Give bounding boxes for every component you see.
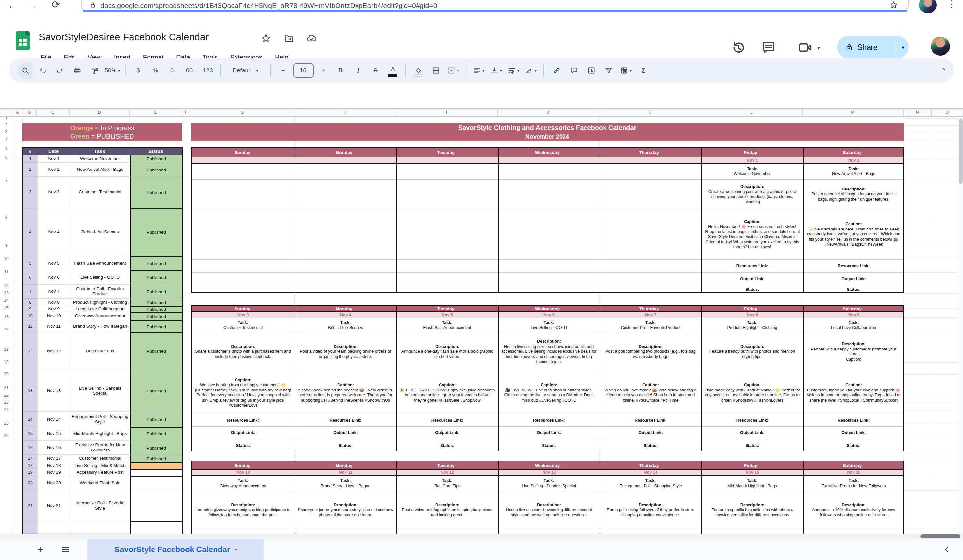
row-header-16[interactable]: 16 xyxy=(0,315,13,319)
task-row-number[interactable]: 2 xyxy=(23,163,37,177)
task-row-date[interactable]: Nov 20 xyxy=(37,476,70,490)
share-caret-icon[interactable]: ▾ xyxy=(898,36,908,58)
zoom-select[interactable]: 50%▾ xyxy=(105,62,120,79)
filter-button[interactable] xyxy=(601,62,616,79)
status-badge[interactable] xyxy=(130,476,182,490)
calendar-cell-status[interactable]: Status: xyxy=(702,439,802,452)
status-badge[interactable] xyxy=(130,469,182,477)
row-header-10[interactable]: 10 xyxy=(0,256,13,261)
calendar-cell-desc[interactable]: Description:Post a video or infographic … xyxy=(397,491,497,529)
date-cell[interactable]: Nov 13 xyxy=(498,469,600,476)
calendar-cell-res[interactable]: Resources Link: xyxy=(295,414,396,427)
task-row-task[interactable]: Accessory Feature Post xyxy=(70,469,130,476)
calendar-cell-res[interactable]: Resources Link: xyxy=(397,414,497,427)
row-header-23[interactable]: 23 xyxy=(0,400,13,405)
row-header-8[interactable]: 8 xyxy=(0,215,13,220)
star-doc-icon[interactable] xyxy=(261,34,271,43)
horizontal-scrollbar[interactable] xyxy=(0,534,963,539)
task-row-task[interactable]: Mid-Month Highlight - Bags xyxy=(70,427,130,441)
calendar-cell-desc[interactable]: Description:Post a video of your team pa… xyxy=(295,332,396,371)
date-cell[interactable]: Nov 1 xyxy=(702,157,803,163)
task-row-number[interactable]: 8 xyxy=(23,299,37,306)
row-header-2[interactable]: 2 xyxy=(0,123,13,127)
merge-cells-button[interactable]: ▾ xyxy=(446,62,461,79)
calendar-cell-task[interactable]: Task:Product Highlight - Clothing xyxy=(702,318,802,332)
calendar-cell-caption[interactable]: Caption:We love hearing from our happy c… xyxy=(192,371,294,414)
calendar-cell-caption[interactable]: Caption:✨ New arrivals are here! From ch… xyxy=(804,209,903,260)
status-badge[interactable] xyxy=(130,462,182,470)
calendar-cell-task[interactable]: Task:Live Selling - OOTD xyxy=(499,318,599,332)
task-row-task[interactable]: Customer Testimonial xyxy=(70,455,130,462)
calendar-cell-task[interactable]: Task:Customer Testimonial xyxy=(192,318,294,332)
functions-button[interactable]: Σ xyxy=(636,62,651,79)
task-row-task[interactable]: Engagement Poll - Shopping Style xyxy=(70,412,130,427)
calendar-cell-out[interactable]: Output Link: xyxy=(397,427,497,439)
calendar-cell-task[interactable]: Task:Mid-Month Highlight - Bags xyxy=(702,476,802,491)
calendar-cell-desc[interactable]: Description:Announce a one-day flash sal… xyxy=(397,332,497,371)
browser-forward-icon[interactable]: → xyxy=(28,0,37,12)
column-header-L[interactable]: L xyxy=(701,108,802,117)
row-header-26[interactable]: 26 xyxy=(0,434,13,438)
task-row-number[interactable]: 16 xyxy=(23,441,37,455)
calendar-cell-out[interactable]: Output Link: xyxy=(702,427,802,439)
doc-title[interactable]: SavorStyleDesiree Facebook Calendar xyxy=(39,31,209,43)
share-button[interactable]: Share ▾ xyxy=(837,36,909,58)
number-format-button[interactable]: 123 xyxy=(200,62,216,79)
italic-button[interactable]: I xyxy=(351,62,366,79)
status-badge[interactable]: Published xyxy=(130,163,182,177)
meet-caret-icon[interactable]: ▾ xyxy=(817,45,820,51)
date-cell[interactable]: Nov 5 xyxy=(397,312,498,318)
task-row-task[interactable]: Product Highlight - Clothing xyxy=(70,299,130,306)
bold-button[interactable]: B xyxy=(333,62,349,79)
calendar-cell-desc[interactable]: Description:Partner with a happy custome… xyxy=(804,332,903,371)
calendar-cell-status[interactable]: Status: xyxy=(804,286,903,294)
calendar-cell-desc[interactable]: Description:Create a welcoming post with… xyxy=(702,180,802,209)
font-size-input[interactable]: 10 xyxy=(293,63,314,78)
decrease-font-button[interactable]: − xyxy=(276,62,291,79)
calendar-title-cell[interactable]: SavorStyle Clothing and Accessories Face… xyxy=(191,123,904,141)
row-header-19[interactable]: 19 xyxy=(0,360,13,364)
calendar-cell-res[interactable]: Resources Link: xyxy=(804,260,903,273)
calendar-cell-caption[interactable]: Caption:Style made easy with [Product Na… xyxy=(702,371,802,414)
task-row-task[interactable]: Welcome November xyxy=(70,155,130,163)
status-badge[interactable]: Published xyxy=(130,155,182,163)
site-info-lock-icon[interactable] xyxy=(89,1,96,8)
task-row-date[interactable]: Nov 7 xyxy=(37,285,70,299)
calendar-cell-desc[interactable]: Description:Share your journey and store… xyxy=(295,491,396,529)
task-row-task[interactable]: Customer Poll - Favorite Product xyxy=(70,285,130,299)
calendar-cell-task[interactable]: Task:Flash Sale Announcement xyxy=(397,318,497,332)
calendar-cell-res[interactable]: Resources Link: xyxy=(192,414,294,427)
task-row-task[interactable]: Behind-the-Scenes xyxy=(70,208,130,256)
row-header-5[interactable]: 5 xyxy=(0,146,13,151)
row-header-20[interactable]: 20 xyxy=(0,372,13,376)
task-row-number[interactable]: 14 xyxy=(23,412,37,427)
calendar-cell-caption[interactable]: Caption:Customers, thank you for your lo… xyxy=(804,371,903,414)
browser-back-icon[interactable]: ← xyxy=(8,0,18,12)
task-row-date[interactable]: Nov 19 xyxy=(37,469,70,476)
task-row-task[interactable]: Interactive Poll - Favorite Style xyxy=(70,490,130,521)
date-cell[interactable]: Nov 15 xyxy=(702,469,803,476)
task-row-date[interactable]: Nov 6 xyxy=(37,270,70,285)
calendar-cell-res[interactable]: Resources Link: xyxy=(702,414,802,427)
task-row-task[interactable]: Giveaway Announcement xyxy=(70,312,130,320)
calendar-cell-out[interactable]: Output Link: xyxy=(804,427,903,439)
calendar-cell-caption[interactable]: Caption:A sneak peek behind the scenes! … xyxy=(295,371,396,414)
date-cell[interactable] xyxy=(295,157,397,163)
insert-link-button[interactable] xyxy=(549,62,564,79)
font-select[interactable]: Defaul...▾ xyxy=(226,62,265,79)
task-row-task[interactable]: Live Selling - Mix & Match xyxy=(70,462,130,469)
calendar-cell-status[interactable]: Status: xyxy=(601,439,700,452)
browser-profile-avatar[interactable] xyxy=(919,0,937,13)
task-row-task[interactable]: Brand Story - How It Began xyxy=(70,320,130,332)
status-badge[interactable]: Published xyxy=(130,455,182,463)
insert-chart-button[interactable] xyxy=(584,62,599,79)
row-header-11[interactable]: 11 xyxy=(0,270,13,274)
status-badge[interactable]: Published xyxy=(130,427,182,441)
date-cell[interactable]: Nov 7 xyxy=(600,312,702,318)
calendar-cell-out[interactable]: Output Link: xyxy=(499,427,599,439)
column-header-K[interactable]: K xyxy=(599,108,701,117)
status-badge[interactable] xyxy=(130,521,182,534)
task-row-number[interactable]: 12 xyxy=(23,332,37,370)
task-row-task[interactable]: Exclusive Promo for New Followers xyxy=(70,441,130,455)
status-badge[interactable] xyxy=(130,490,182,522)
